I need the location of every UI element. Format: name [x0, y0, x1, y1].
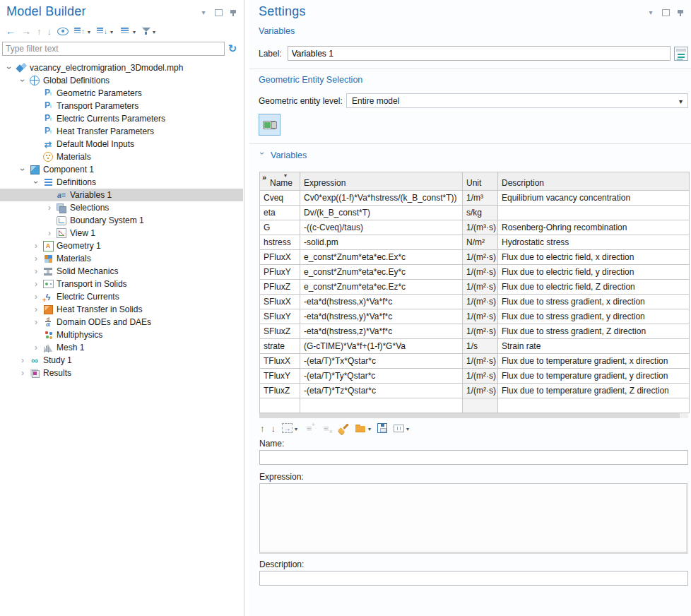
chevron-right-icon[interactable] [31, 241, 41, 251]
scrollbar-thumb[interactable] [259, 413, 680, 418]
menu-caret-icon[interactable] [199, 8, 208, 17]
var-unit-cell[interactable] [463, 398, 498, 413]
var-expression-cell[interactable] [300, 398, 463, 413]
var-description-cell[interactable]: Flux due to electric field, Z direction [498, 280, 690, 295]
var-expression-cell[interactable]: -eta*d(hstress,z)*Va*f*c [300, 324, 463, 339]
chevron-down-icon[interactable] [4, 63, 14, 73]
var-expression-cell[interactable]: -solid.pm [300, 235, 463, 250]
active-selection-toggle-button[interactable] [259, 114, 280, 136]
tree-item-study-1[interactable]: Study 1 [0, 354, 243, 367]
var-expression-cell[interactable]: e_const*Znum*eta*ec.Ez*c [300, 280, 463, 295]
menu-caret-icon[interactable] [646, 8, 656, 17]
dropdown-caret-icon[interactable] [366, 423, 371, 433]
var-description-cell[interactable]: Equilibrium vacancy concentration [498, 191, 690, 206]
var-name-cell[interactable] [260, 398, 300, 413]
tree-item-transport-parameters[interactable]: Transport Parameters [0, 100, 243, 112]
geometric-entity-level-select[interactable]: Entire model [346, 93, 688, 108]
chevron-right-icon[interactable] [31, 292, 41, 302]
var-name-cell[interactable]: hstress [260, 235, 300, 250]
tree-item-boundary-system-1[interactable]: Boundary System 1 [0, 214, 243, 227]
pin-icon[interactable] [228, 8, 238, 17]
var-expression-cell[interactable]: e_const*Znum*eta*ec.Ex*c [300, 250, 463, 265]
sort-arrows-icon[interactable]: » [262, 173, 266, 182]
tree-item-multiphysics[interactable]: Multiphysics [0, 328, 243, 341]
chevron-right-icon[interactable] [31, 304, 41, 314]
var-unit-cell[interactable]: 1/s [463, 339, 498, 354]
pin-icon[interactable] [675, 8, 685, 17]
settings-breadcrumb[interactable]: Variables [259, 26, 295, 36]
expand-all-button[interactable] [72, 25, 92, 37]
dropdown-caret-icon[interactable] [404, 423, 409, 433]
var-description-cell[interactable]: Rosenberg-Ohring recombination [498, 220, 690, 235]
chevron-right-icon[interactable] [31, 343, 41, 353]
var-description-cell[interactable]: Flux due to temperature gradient, x dire… [498, 354, 690, 369]
chevron-right-icon[interactable] [18, 355, 28, 365]
var-expression-cell[interactable]: (G-cTIME)*Va*f+(1-f)*G*Va [300, 339, 463, 354]
tree-item-heat-transfer-in-solids[interactable]: Heat Transfer in Solids [0, 303, 243, 316]
collapse-all-button[interactable] [95, 25, 114, 37]
chevron-right-icon[interactable] [31, 279, 41, 289]
filter-input[interactable] [2, 42, 225, 56]
filter-button[interactable] [140, 25, 157, 37]
var-name-cell[interactable]: eta [260, 206, 300, 220]
column-header-expression[interactable]: Expression [300, 172, 463, 191]
tree-item-component-1[interactable]: Component 1 [0, 163, 243, 176]
chevron-down-icon[interactable] [18, 76, 28, 85]
var-description-cell[interactable]: Flux due to temperature gradient, Z dire… [498, 384, 690, 398]
label-input[interactable] [288, 46, 671, 61]
chevron-right-icon[interactable] [31, 266, 41, 276]
var-description-cell[interactable]: Flux due to stress gradient, y direction [498, 309, 690, 324]
variables-section-header[interactable]: Variables [259, 150, 307, 160]
var-expression-cell[interactable]: -(eta/T)*Ty*Qstar*c [300, 369, 463, 384]
chevron-down-icon[interactable] [18, 165, 28, 174]
tree-item-mesh-1[interactable]: Mesh 1 [0, 341, 243, 354]
var-name-cell[interactable]: TFluxZ [260, 384, 300, 398]
var-description-cell[interactable]: Flux due to electric field, y direction [498, 265, 690, 280]
var-name-cell[interactable]: SFluxX [260, 295, 300, 309]
var-unit-cell[interactable]: 1/(m²·s) [463, 295, 498, 309]
var-name-cell[interactable]: PFluxX [260, 250, 300, 265]
name-input[interactable] [259, 450, 688, 465]
column-header-name[interactable]: »▾Name [260, 172, 300, 191]
sort-caret-icon[interactable]: ▾ [284, 172, 287, 179]
dropdown-caret-icon[interactable] [150, 26, 155, 36]
chevron-down-icon[interactable] [31, 177, 41, 187]
chevron-right-icon[interactable] [18, 368, 28, 378]
var-name-cell[interactable]: TFluxX [260, 354, 300, 369]
tree-item-materials[interactable]: Materials [0, 252, 243, 265]
column-header-description[interactable]: Description [498, 172, 690, 191]
tree-item-global-definitions[interactable]: Global Definitions [0, 74, 243, 87]
chevron-right-icon[interactable] [45, 228, 54, 238]
move-down-button[interactable] [46, 25, 54, 37]
refresh-icon[interactable] [225, 42, 240, 55]
float-icon[interactable] [661, 8, 671, 17]
load-from-file-button[interactable] [354, 422, 372, 434]
var-unit-cell[interactable]: s/kg [463, 206, 498, 220]
var-name-cell[interactable]: Cveq [260, 191, 300, 206]
tree-item-electric-currents-parameters[interactable]: Electric Currents Parameters [0, 112, 243, 125]
row-move-down-button[interactable] [270, 422, 278, 434]
tree-item-variables-1[interactable]: Variables 1 [0, 189, 243, 201]
add-row-button[interactable] [302, 423, 316, 434]
var-description-cell[interactable]: Flux due to stress gradient, Z direction [498, 324, 690, 339]
dropdown-caret-icon[interactable] [85, 26, 90, 36]
column-settings-button[interactable] [392, 422, 411, 434]
clear-table-button[interactable] [336, 422, 350, 434]
var-expression-cell[interactable]: -(eta/T)*Tz*Qstar*c [300, 384, 463, 398]
float-icon[interactable] [213, 8, 223, 17]
dropdown-caret-icon[interactable] [131, 26, 136, 36]
var-expression-cell[interactable]: -eta*d(hstress,y)*Va*f*c [300, 309, 463, 324]
tree-item-definitions[interactable]: Definitions [0, 176, 243, 189]
var-name-cell[interactable]: SFluxY [260, 309, 300, 324]
var-unit-cell[interactable]: 1/(m²·s) [463, 309, 498, 324]
show-hide-button[interactable] [56, 27, 69, 36]
var-expression-cell[interactable]: Dv/(k_B_const*T) [300, 206, 463, 220]
move-up-button[interactable] [35, 25, 43, 37]
dropdown-caret-icon[interactable] [108, 26, 113, 36]
var-expression-cell[interactable]: -(eta/T)*Tx*Qstar*c [300, 354, 463, 369]
forward-button[interactable] [20, 25, 33, 37]
column-header-unit[interactable]: Unit [463, 172, 498, 191]
back-button[interactable] [4, 25, 17, 37]
var-unit-cell[interactable]: 1/(m²·s) [463, 354, 498, 369]
var-name-cell[interactable]: PFluxY [260, 265, 300, 280]
